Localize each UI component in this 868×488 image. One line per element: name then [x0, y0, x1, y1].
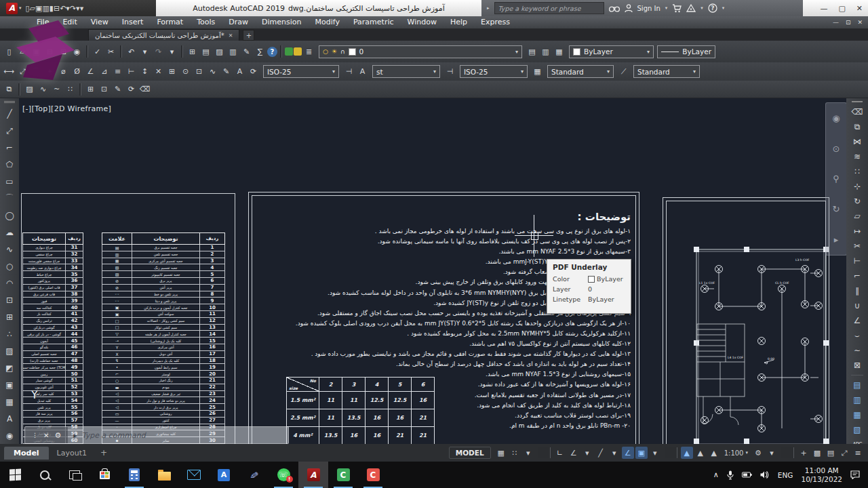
- break-tool[interactable]: ∥: [850, 283, 865, 298]
- table-style-icon[interactable]: ▦: [531, 65, 544, 78]
- rectangle-tool[interactable]: ▭: [2, 173, 17, 190]
- construction-line-tool[interactable]: ⤢: [2, 122, 17, 139]
- stretch-tool[interactable]: ↦: [850, 224, 865, 239]
- snap-mode-dropdown[interactable]: ▾: [522, 447, 534, 459]
- chamfer-tool[interactable]: ∠: [850, 313, 865, 328]
- qat-customize-dropdown[interactable]: ▾: [80, 4, 84, 13]
- camtasia-button[interactable]: C: [328, 462, 358, 488]
- object-snap-toggle[interactable]: ▣: [635, 447, 648, 459]
- table-tool[interactable]: ▦: [2, 393, 17, 410]
- dim-style-dropdown[interactable]: ISO-25 ▾: [263, 65, 339, 78]
- circle-tool[interactable]: ◯: [2, 207, 17, 224]
- menu-view[interactable]: View: [84, 16, 115, 28]
- properties-palette-icon[interactable]: ⊞: [186, 45, 199, 58]
- arc-tool[interactable]: ⌒: [2, 190, 17, 207]
- sign-in-dropdown[interactable]: ▾: [665, 5, 668, 11]
- region-tool[interactable]: ▣: [2, 376, 17, 393]
- linetype-control-dropdown[interactable]: ByLayer: [657, 45, 715, 58]
- drawing-canvas[interactable]: [-][Top][2D Wireframe] توضیحات ردیف چراغ…: [19, 98, 846, 444]
- quickcalc-icon[interactable]: ∑: [254, 45, 267, 58]
- taskbar-search-button[interactable]: [30, 462, 60, 488]
- make-block-tool[interactable]: ⊞: [2, 308, 17, 325]
- separator[interactable]: [280, 45, 282, 58]
- separator[interactable]: [86, 45, 88, 58]
- spline-tool[interactable]: ∿: [2, 241, 17, 258]
- mleader-style-dropdown[interactable]: Standard ▾: [633, 65, 700, 78]
- open-icon[interactable]: ▱: [16, 45, 29, 58]
- spline-edit-icon[interactable]: ~: [50, 83, 63, 96]
- redo-list-dropdown[interactable]: ▾: [165, 45, 178, 58]
- annotation-autoscale-toggle[interactable]: ▲: [694, 447, 707, 459]
- viewport-controls[interactable]: [-][Top][2D Wireframe]: [22, 104, 111, 113]
- qnew-icon[interactable]: ▯: [3, 45, 16, 58]
- save-as-icon[interactable]: ▥: [42, 4, 49, 13]
- center-mark-icon[interactable]: ⊙: [179, 65, 192, 78]
- calculator-button[interactable]: [119, 462, 149, 488]
- text-style-icon[interactable]: A: [356, 65, 369, 78]
- help-icon[interactable]: ?: [267, 47, 277, 57]
- separator[interactable]: [120, 45, 122, 58]
- layer-lock-state-icon[interactable]: ∩: [340, 48, 345, 55]
- layer-control-dropdown[interactable]: ○ ☀ ∩ 0 ▾: [319, 45, 522, 58]
- polygon-tool[interactable]: ⬠: [2, 156, 17, 173]
- layout1-tab[interactable]: Layout1: [49, 447, 95, 460]
- color-control-dropdown[interactable]: ByLayer ▾: [569, 45, 654, 58]
- add-layout-button[interactable]: +: [95, 446, 113, 460]
- command-grip-icon[interactable]: ⋮: [32, 432, 38, 439]
- separator[interactable]: [181, 45, 183, 58]
- annotation-scale-icon[interactable]: ▲: [708, 447, 720, 459]
- publish-icon[interactable]: ◉: [71, 45, 83, 58]
- dim-update-icon[interactable]: ⊣: [443, 65, 456, 78]
- microphone-icon[interactable]: [727, 470, 734, 480]
- plot-preview-icon[interactable]: ⊞: [57, 45, 70, 58]
- sheet-set-manager-icon[interactable]: ▥: [226, 45, 239, 58]
- dimension-text-edit-icon[interactable]: A: [233, 65, 246, 78]
- mirror-tool[interactable]: ⋈: [850, 134, 865, 149]
- sign-in-button[interactable]: Sign In: [637, 5, 660, 12]
- mtext-tool[interactable]: A: [2, 410, 17, 427]
- menu-tools[interactable]: Tools: [190, 16, 222, 28]
- dim-style-dropdown-2[interactable]: ISO-25 ▾: [460, 65, 528, 78]
- array-tool[interactable]: ∷: [850, 164, 865, 179]
- match-properties-icon[interactable]: ⧉: [3, 83, 16, 96]
- fillet-tool[interactable]: ⌣: [850, 328, 865, 343]
- polar-tracking-dropdown[interactable]: ▾: [581, 447, 593, 459]
- restore-button[interactable]: ▢: [838, 4, 845, 13]
- dimension-space-icon[interactable]: ↕: [138, 65, 151, 78]
- command-customize-icon[interactable]: ⚙: [54, 431, 61, 440]
- chevron-down-icon[interactable]: ▾: [515, 49, 518, 55]
- table-style-dropdown[interactable]: Standard ▾: [547, 65, 614, 78]
- spell-check-icon[interactable]: ✓: [91, 45, 104, 58]
- clock[interactable]: 11:00 AM 10/13/2022: [801, 466, 842, 484]
- bring-above-icon[interactable]: ▦: [850, 407, 865, 422]
- scale-tool[interactable]: ▱: [850, 209, 865, 224]
- close-button[interactable]: ✕: [856, 4, 863, 13]
- menu-modify[interactable]: Modify: [309, 16, 347, 28]
- menu-format[interactable]: Format: [150, 16, 190, 28]
- extend-tool[interactable]: ⊢: [850, 253, 865, 268]
- drawing-file-tab[interactable]: *آموزش طراحی تاسیسات الکتریکی ساختمان ✕: [88, 29, 239, 41]
- hatch-edit-icon[interactable]: ▨: [23, 83, 36, 96]
- aligned-dimension-icon[interactable]: ⤢: [16, 65, 29, 78]
- baseline-dimension-icon[interactable]: ≡: [111, 65, 124, 78]
- undo-list-dropdown[interactable]: ▾: [138, 45, 151, 58]
- multileader-style-icon[interactable]: ⟋: [617, 65, 630, 78]
- a360-connect-icon[interactable]: [686, 4, 696, 12]
- annotation-visibility-toggle[interactable]: ▲: [681, 447, 693, 459]
- graphics-performance-toggle[interactable]: ▤: [825, 447, 837, 459]
- cut-icon[interactable]: ✂: [104, 45, 117, 58]
- explode-tool[interactable]: ⊠: [850, 358, 865, 373]
- open-file-icon[interactable]: ▱: [30, 4, 35, 13]
- task-view-button[interactable]: [60, 462, 90, 488]
- new-drawing-tab-button[interactable]: +: [243, 30, 254, 41]
- annotation-sync-icon[interactable]: ⟳: [125, 83, 138, 96]
- pan-icon[interactable]: ⊙: [833, 144, 840, 154]
- chevron-down-icon[interactable]: ▾: [647, 49, 650, 55]
- speaker-icon[interactable]: [760, 471, 770, 479]
- rotate-tool[interactable]: ↻: [850, 194, 865, 209]
- dimension-update-icon[interactable]: ⟳: [247, 65, 260, 78]
- point-tool[interactable]: ∴: [2, 325, 17, 342]
- separator[interactable]: [538, 447, 551, 458]
- layer-walk-icon[interactable]: ▦: [553, 45, 566, 58]
- save-icon[interactable]: ▣: [35, 4, 42, 13]
